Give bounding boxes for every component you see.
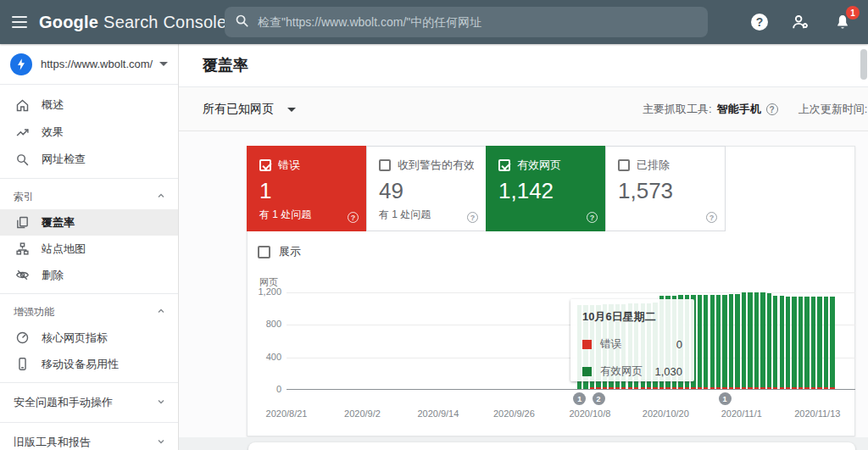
tooltip-row-valid: 有效网页 1,030	[582, 364, 682, 379]
sidebar-section-enhancements[interactable]: 增强功能	[0, 299, 178, 325]
chart-tooltip: 10月6日星期二 错误 0 有效网页 1,030	[570, 299, 694, 381]
sidebar-item-label: 站点地图	[42, 242, 86, 257]
app-logo[interactable]: Google Search Console	[39, 13, 226, 32]
chart-bar[interactable]	[811, 297, 815, 389]
property-selector[interactable]: https://www.wbolt.com/	[0, 44, 178, 85]
chart-bar[interactable]	[716, 295, 721, 389]
search-icon	[235, 14, 258, 31]
chart-bar[interactable]	[729, 294, 733, 389]
chart-bar[interactable]	[704, 295, 708, 389]
x-axis-label: 2020/9/14	[417, 408, 459, 419]
details-table-card	[248, 442, 855, 450]
screen: Google Search Console ? 1	[0, 0, 868, 450]
chart-bar[interactable]	[698, 295, 702, 389]
notification-badge: 1	[846, 6, 860, 19]
help-icon[interactable]: ?	[751, 14, 768, 31]
page-header: 覆盖率	[179, 44, 868, 87]
property-favicon	[10, 53, 32, 75]
chevron-down-icon	[156, 436, 166, 449]
sidebar-item-removals[interactable]: 删除	[0, 262, 178, 288]
filter-bar: 所有已知网页 主要抓取工具: 智能手机 ? 上次更新时间: 202	[179, 87, 868, 131]
chart-bar[interactable]	[830, 297, 834, 389]
manage-users-icon[interactable]	[790, 12, 810, 32]
sidebar-item-sitemaps[interactable]: 站点地图	[0, 236, 178, 262]
y-axis-labels: 1,200 800 400 0	[248, 147, 281, 436]
logo-search-console: Search Console	[103, 13, 226, 32]
sidebar-item-performance[interactable]: 效果	[0, 119, 178, 146]
chart-bar[interactable]	[792, 297, 796, 389]
sidebar-item-url-inspection[interactable]: 网址检查	[0, 146, 178, 173]
sidebar-section-security-manual-actions[interactable]: 安全问题和手动操作	[0, 388, 178, 417]
x-axis-label: 2020/10/8	[569, 408, 610, 419]
chart-bar[interactable]	[754, 292, 759, 389]
coverage-icon	[15, 215, 30, 230]
core-web-vitals-icon	[15, 331, 30, 345]
sidebar: https://www.wbolt.com/ 概述 效果 网址检查 索引	[0, 44, 179, 450]
chart-bar[interactable]	[742, 292, 746, 389]
annotation-marker[interactable]: 2	[593, 392, 605, 405]
property-url: https://www.wbolt.com/	[41, 58, 159, 70]
removals-icon	[15, 268, 30, 282]
help-icon[interactable]: ?	[766, 103, 778, 115]
notifications-bell-icon[interactable]: 1	[832, 12, 853, 32]
sidebar-item-label: 覆盖率	[42, 215, 75, 231]
errors-legend-swatch	[582, 340, 592, 349]
sidebar-section-index[interactable]: 索引	[0, 184, 178, 209]
chart-bar[interactable]	[817, 297, 821, 389]
sidebar-section-legacy-tools[interactable]: 旧版工具和报告	[0, 428, 178, 450]
sidebar-item-overview[interactable]: 概述	[0, 92, 178, 119]
chart-bar[interactable]	[824, 297, 828, 389]
chart-bar[interactable]	[735, 294, 739, 389]
sidebar-item-label: 核心网页指标	[42, 331, 108, 346]
logo-google: Google	[39, 13, 98, 32]
x-axis-line	[287, 389, 855, 390]
chart-bar[interactable]	[773, 296, 777, 389]
x-axis-label: 2020/10/20	[643, 408, 689, 419]
sidebar-item-label: 概述	[42, 97, 64, 113]
search-input[interactable]	[258, 15, 698, 29]
chevron-up-icon	[156, 191, 166, 203]
chevron-down-icon	[159, 62, 168, 66]
chevron-down-icon	[156, 397, 166, 409]
x-axis-label: 2020/8/21	[266, 408, 308, 419]
chart-bar[interactable]	[786, 297, 790, 389]
chart-bar[interactable]	[748, 292, 752, 389]
chart-bar[interactable]	[780, 296, 784, 389]
chart-bar[interactable]	[804, 297, 809, 389]
sidebar-item-core-web-vitals[interactable]: 核心网页指标	[0, 325, 178, 351]
chart-bar[interactable]	[722, 295, 726, 389]
annotation-marker[interactable]: 1	[719, 392, 732, 405]
x-axis-label: 2020/11/13	[794, 408, 840, 419]
x-axis-label: 2020/11/1	[721, 408, 762, 419]
page-title: 覆盖率	[203, 55, 248, 75]
sidebar-item-label: 移动设备易用性	[42, 357, 119, 372]
page-filter-dropdown[interactable]: 所有已知网页	[203, 87, 296, 131]
sidebar-item-mobile-usability[interactable]: 移动设备易用性	[0, 351, 178, 377]
chart-bar[interactable]	[710, 295, 715, 389]
url-inspection-searchbox[interactable]	[225, 7, 708, 37]
valid-legend-swatch	[582, 367, 592, 376]
sidebar-item-label: 删除	[42, 268, 64, 283]
performance-icon	[15, 125, 30, 140]
chart-bar[interactable]	[798, 297, 803, 389]
chevron-up-icon	[156, 306, 166, 319]
x-axis-label: 2020/9/26	[493, 408, 535, 419]
x-axis-label: 2020/9/2	[344, 408, 381, 419]
chart-bar[interactable]	[767, 293, 771, 389]
vertical-scrollbar-thumb[interactable]	[860, 49, 867, 80]
chart-bar[interactable]	[760, 292, 765, 389]
home-icon	[15, 98, 30, 113]
sidebar-item-label: 效果	[42, 125, 64, 140]
main-content: 覆盖率 所有已知网页 主要抓取工具: 智能手机 ? 上次更新时间: 202	[179, 44, 868, 450]
appbar-actions: ? 1	[751, 0, 853, 44]
coverage-report-card: 错误 1 有 1 处问题 ? 收到警告的有效... 49 有 1 处问题 ?	[247, 146, 855, 436]
chevron-down-icon	[287, 108, 296, 112]
sidebar-item-coverage[interactable]: 覆盖率	[0, 209, 178, 236]
tooltip-date: 10月6日星期二	[582, 309, 682, 325]
coverage-chart: 网页 1,200 800 400 0 10月6日星期二	[248, 147, 854, 436]
crawler-info: 主要抓取工具: 智能手机 ? 上次更新时间: 202	[643, 87, 868, 131]
sitemaps-icon	[15, 242, 30, 256]
sidebar-item-label: 网址检查	[42, 152, 86, 167]
annotation-marker[interactable]: 1	[573, 392, 586, 405]
menu-icon[interactable]	[0, 0, 39, 44]
